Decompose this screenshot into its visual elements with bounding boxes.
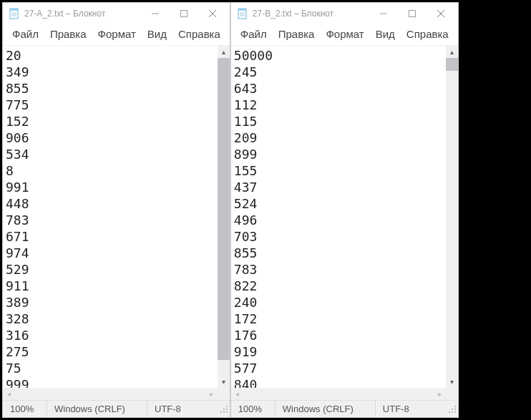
menu-view[interactable]: Вид [142, 26, 172, 41]
svg-point-14 [226, 406, 228, 407]
scroll-left-icon[interactable]: ◂ [3, 388, 15, 400]
menu-edit[interactable]: Правка [273, 26, 320, 41]
status-zoom: 100% [231, 401, 276, 417]
svg-point-26 [454, 409, 456, 410]
horizontal-scrollbar[interactable]: ◂ ▸ [3, 388, 230, 400]
scroll-left-icon[interactable]: ◂ [231, 388, 243, 400]
scroll-down-icon[interactable]: ▾ [218, 376, 230, 388]
status-eol: Windows (CRLF) [47, 401, 147, 417]
notepad-window-left: 27-A_2.txt – Блокнот Файл Правка Формат … [2, 2, 230, 418]
minimize-button[interactable] [369, 4, 398, 24]
svg-point-13 [223, 409, 225, 410]
scroll-thumb[interactable] [446, 58, 458, 71]
menu-edit[interactable]: Правка [45, 26, 92, 41]
menubar: Файл Правка Формат Вид Справка [231, 24, 458, 46]
notepad-icon [9, 8, 20, 19]
scroll-track-h[interactable] [243, 388, 434, 400]
scroll-track-h[interactable] [15, 388, 205, 400]
resize-grip-icon[interactable] [446, 404, 458, 415]
scroll-right-icon[interactable]: ▸ [434, 388, 446, 400]
maximize-button[interactable] [170, 4, 198, 24]
close-button[interactable] [427, 4, 455, 24]
status-zoom: 100% [3, 401, 47, 417]
horizontal-scrollbar[interactable]: ◂ ▸ [231, 388, 458, 400]
status-eol: Windows (CRLF) [276, 401, 376, 417]
status-encoding: UTF-8 [376, 401, 446, 417]
svg-point-25 [452, 411, 453, 413]
statusbar: 100% Windows (CRLF) UTF-8 [231, 400, 458, 417]
window-title: 27-B_2.txt – Блокнот [253, 9, 369, 19]
vertical-scrollbar[interactable]: ▴ ▾ [446, 46, 458, 388]
svg-point-10 [223, 411, 225, 413]
svg-point-12 [220, 411, 222, 413]
text-area[interactable]: 50000 245 643 112 115 209 899 155 437 52… [231, 46, 446, 388]
svg-point-24 [454, 411, 456, 413]
titlebar[interactable]: 27-B_2.txt – Блокнот [231, 3, 458, 24]
notepad-icon [237, 8, 248, 19]
menu-format[interactable]: Формат [93, 26, 141, 41]
scroll-down-icon[interactable]: ▾ [446, 376, 458, 388]
scroll-right-icon[interactable]: ▸ [205, 388, 218, 400]
menu-file[interactable]: Файл [235, 26, 272, 41]
window-title: 27-A_2.txt – Блокнот [24, 9, 141, 19]
notepad-window-right: 27-B_2.txt – Блокнот Файл Правка Формат … [230, 2, 459, 418]
svg-point-28 [452, 409, 453, 410]
statusbar: 100% Windows (CRLF) UTF-8 [3, 400, 230, 417]
scroll-corner [218, 388, 230, 400]
svg-point-29 [454, 406, 456, 407]
svg-rect-1 [10, 9, 18, 11]
svg-point-27 [449, 411, 450, 413]
svg-rect-6 [180, 11, 187, 17]
svg-rect-16 [238, 9, 246, 11]
svg-rect-21 [409, 11, 415, 17]
text-area[interactable]: 20 349 855 775 152 906 534 8 991 448 783… [3, 46, 218, 388]
menu-file[interactable]: Файл [7, 26, 44, 41]
scroll-track[interactable] [218, 58, 230, 376]
vertical-scrollbar[interactable]: ▴ ▾ [218, 46, 230, 388]
scroll-up-icon[interactable]: ▴ [446, 46, 458, 58]
svg-point-11 [226, 409, 228, 410]
resize-grip-icon[interactable] [218, 404, 230, 415]
content-area: 50000 245 643 112 115 209 899 155 437 52… [231, 46, 458, 388]
maximize-button[interactable] [398, 4, 427, 24]
svg-point-9 [226, 411, 228, 413]
menubar: Файл Правка Формат Вид Справка [3, 24, 230, 46]
titlebar[interactable]: 27-A_2.txt – Блокнот [3, 3, 230, 24]
scroll-thumb[interactable] [218, 58, 230, 360]
menu-view[interactable]: Вид [371, 26, 400, 41]
close-button[interactable] [198, 4, 227, 24]
scroll-track[interactable] [446, 58, 458, 376]
menu-format[interactable]: Формат [321, 26, 369, 41]
minimize-button[interactable] [141, 4, 170, 24]
menu-help[interactable]: Справка [173, 26, 225, 41]
status-encoding: UTF-8 [147, 401, 218, 417]
menu-help[interactable]: Справка [401, 26, 454, 41]
scroll-up-icon[interactable]: ▴ [218, 46, 230, 58]
scroll-corner [446, 388, 458, 400]
content-area: 20 349 855 775 152 906 534 8 991 448 783… [3, 46, 230, 388]
